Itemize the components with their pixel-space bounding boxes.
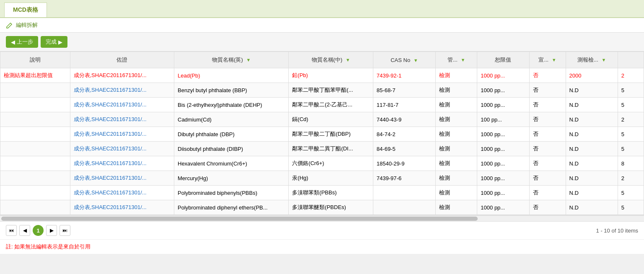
cell-name_zh: 鎘(Cd) xyxy=(289,112,373,127)
cell-limit: 1000 pp... xyxy=(477,142,529,156)
filter-declare-icon[interactable]: ▼ xyxy=(552,57,556,62)
cell-limit: 1000 pp... xyxy=(477,98,529,112)
cell-cas: 18540-29-9 xyxy=(373,156,435,171)
back-button-label: 上一步 xyxy=(17,38,33,46)
cell-name_en: Cadmium(Cd) xyxy=(174,112,289,127)
cell-desc xyxy=(0,171,70,186)
action-bar: ◀ 上一步 完成 ▶ xyxy=(0,33,644,52)
col-header-desc: 說明 xyxy=(0,52,70,68)
col-header-detect: 測報檢... ▼ xyxy=(566,52,618,68)
cell-evidence[interactable]: 成分表,SHAEC2011671301/... xyxy=(70,200,174,215)
scrollbar-thumb[interactable] xyxy=(1,217,478,221)
table-row[interactable]: 成分表,SHAEC2011671301/...Mercury(Hg)汞(Hg)7… xyxy=(0,171,644,186)
cell-evidence[interactable]: 成分表,SHAEC2011671301/... xyxy=(70,127,174,142)
cell-evidence[interactable]: 成分表,SHAEC2011671301/... xyxy=(70,98,174,112)
filter-detect-icon[interactable]: ▼ xyxy=(601,57,606,62)
table-row[interactable]: 成分表,SHAEC2011671301/...Bis (2-ethylhexyl… xyxy=(0,98,644,112)
filter-name-en-icon[interactable]: ▼ xyxy=(246,57,251,62)
cell-evidence[interactable]: 成分表,SHAEC2011671301/... xyxy=(70,186,174,200)
col-header-pipe: 管... ▼ xyxy=(435,52,477,68)
cell-pipe: 檢測 xyxy=(435,127,477,142)
cell-desc: 檢測結果超出恕限值 xyxy=(0,68,70,83)
tab-mcd[interactable]: MCD表格 xyxy=(4,3,47,17)
cell-detect: N.D xyxy=(566,127,618,142)
cell-cas: 84-69-5 xyxy=(373,142,435,156)
cell-pipe: 檢測 xyxy=(435,171,477,186)
last-page-button[interactable]: ⏭ xyxy=(59,225,70,236)
filter-pipe-icon[interactable]: ▼ xyxy=(460,57,465,62)
pagination-bar: ⏮ ◀ 1 ▶ ⏭ 1 - 10 of 10 items xyxy=(0,221,644,239)
table-row[interactable]: 成分表,SHAEC2011671301/...Polybrominated bi… xyxy=(0,186,644,200)
cell-extra: 2 xyxy=(618,68,644,83)
cell-name_en: Polybrominated biphenyls(PBBs) xyxy=(174,186,289,200)
cell-name_zh: 六價鉻(Cr6+) xyxy=(289,156,373,171)
footer-note-text: 註: 如果無法編輯表示是來自於引用 xyxy=(6,243,91,250)
cell-evidence[interactable]: 成分表,SHAEC2011671301/... xyxy=(70,68,174,83)
cell-evidence[interactable]: 成分表,SHAEC2011671301/... xyxy=(70,83,174,98)
finish-button[interactable]: 完成 ▶ xyxy=(41,36,67,48)
cell-name_en: Bis (2-ethylhexyl)phthalate (DEHP) xyxy=(174,98,289,112)
cell-desc xyxy=(0,200,70,215)
table-row[interactable]: 成分表,SHAEC2011671301/...Hexavalent Chromi… xyxy=(0,156,644,171)
table-row[interactable]: 成分表,SHAEC2011671301/...Benzyl butyl phth… xyxy=(0,83,644,98)
current-page-indicator: 1 xyxy=(33,225,44,236)
tab-bar: MCD表格 xyxy=(0,0,644,18)
cell-cas xyxy=(373,200,435,215)
table-row[interactable]: 成分表,SHAEC2011671301/...Cadmium(Cd)鎘(Cd)7… xyxy=(0,112,644,127)
cell-evidence[interactable]: 成分表,SHAEC2011671301/... xyxy=(70,156,174,171)
filter-cas-icon[interactable]: ▼ xyxy=(414,58,418,63)
cell-pipe: 檢測 xyxy=(435,112,477,127)
col-header-extra xyxy=(618,52,644,68)
data-table-container: 說明 佐證 物質名稱(英) ▼ 物質名稱(中) ▼ CAS No ▼ xyxy=(0,52,644,215)
col-header-limit: 恕限值 xyxy=(477,52,529,68)
cell-cas: 117-81-7 xyxy=(373,98,435,112)
cell-limit: 1000 pp... xyxy=(477,186,529,200)
cell-declare: 否 xyxy=(529,186,566,200)
cell-cas: 7439-92-1 xyxy=(373,68,435,83)
edit-disassemble-link[interactable]: 編輯拆解 xyxy=(16,21,38,29)
first-page-icon: ⏮ xyxy=(9,227,14,233)
data-table: 說明 佐證 物質名稱(英) ▼ 物質名稱(中) ▼ CAS No ▼ xyxy=(0,52,644,215)
cell-desc xyxy=(0,127,70,142)
back-button[interactable]: ◀ 上一步 xyxy=(6,36,38,48)
cell-extra: 2 xyxy=(618,171,644,186)
table-row[interactable]: 成分表,SHAEC2011671301/...Diisobutyl phthal… xyxy=(0,142,644,156)
cell-name_zh: 鄰苯二甲酸二丁酯(DBP) xyxy=(289,127,373,142)
filter-name-zh-icon[interactable]: ▼ xyxy=(346,57,350,62)
cell-declare: 否 xyxy=(529,127,566,142)
toolbar: 編輯拆解 xyxy=(0,18,644,33)
cell-limit: 1000 pp... xyxy=(477,83,529,98)
horizontal-scrollbar[interactable] xyxy=(0,215,644,221)
cell-desc xyxy=(0,83,70,98)
table-row[interactable]: 成分表,SHAEC2011671301/...Dibutyl phthalate… xyxy=(0,127,644,142)
cell-detect: 2000 xyxy=(566,68,618,83)
cell-cas: 84-74-2 xyxy=(373,127,435,142)
cell-limit: 1000 pp... xyxy=(477,171,529,186)
cell-evidence[interactable]: 成分表,SHAEC2011671301/... xyxy=(70,112,174,127)
cell-evidence[interactable]: 成分表,SHAEC2011671301/... xyxy=(70,171,174,186)
table-header-row: 說明 佐證 物質名稱(英) ▼ 物質名稱(中) ▼ CAS No ▼ xyxy=(0,52,644,68)
prev-page-button[interactable]: ◀ xyxy=(19,225,30,236)
cell-desc xyxy=(0,156,70,171)
cell-name_en: Benzyl butyl phthalate (BBP) xyxy=(174,83,289,98)
cell-pipe: 檢測 xyxy=(435,142,477,156)
cell-declare: 否 xyxy=(529,142,566,156)
cell-name_en: Lead(Pb) xyxy=(174,68,289,83)
col-header-evidence: 佐證 xyxy=(70,52,174,68)
cell-declare: 否 xyxy=(529,98,566,112)
cell-cas: 85-68-7 xyxy=(373,83,435,98)
cell-extra: 5 xyxy=(618,127,644,142)
first-page-button[interactable]: ⏮ xyxy=(6,225,17,236)
table-row[interactable]: 檢測結果超出恕限值成分表,SHAEC2011671301/...Lead(Pb)… xyxy=(0,68,644,83)
cell-detect: N.D xyxy=(566,186,618,200)
cell-desc xyxy=(0,112,70,127)
table-row[interactable]: 成分表,SHAEC2011671301/...Polybrominated di… xyxy=(0,200,644,215)
cell-evidence[interactable]: 成分表,SHAEC2011671301/... xyxy=(70,142,174,156)
cell-cas xyxy=(373,186,435,200)
next-page-button[interactable]: ▶ xyxy=(46,225,57,236)
cell-name_zh: 汞(Hg) xyxy=(289,171,373,186)
cell-limit: 1000 pp... xyxy=(477,200,529,215)
col-header-cas: CAS No ▼ xyxy=(373,52,435,68)
cell-limit: 1000 pp... xyxy=(477,127,529,142)
back-arrow-icon: ◀ xyxy=(11,39,15,45)
